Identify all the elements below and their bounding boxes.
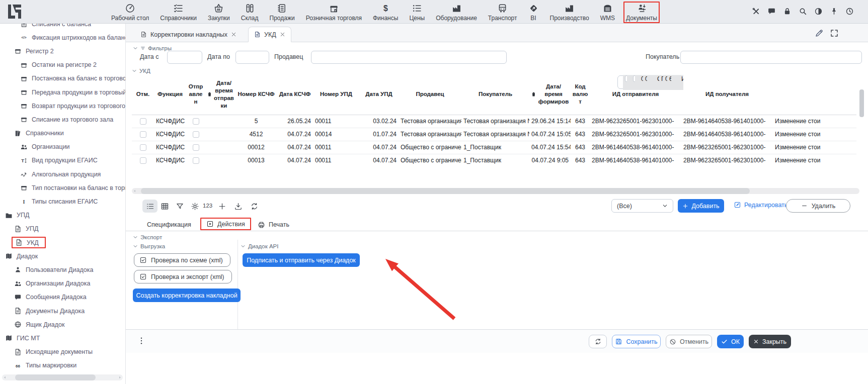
sidebar-hscrollbar-thumb[interactable] [15, 374, 96, 380]
col-header-currency[interactable]: Код валют [571, 74, 590, 115]
filter-button[interactable] [172, 200, 187, 213]
filter-input-buyer[interactable] [680, 51, 862, 64]
table-row[interactable]: 0001505.07.24Общество с ограниченнПокупа… [617, 75, 679, 89]
row-checkbox[interactable] [140, 118, 146, 125]
filter-input-date-to[interactable] [235, 51, 269, 64]
lock-button[interactable] [783, 7, 792, 18]
col-header-note[interactable] [773, 74, 856, 115]
row-checkbox[interactable] [193, 157, 199, 164]
menu-item-5[interactable]: Розничная торговля [303, 2, 364, 23]
sidebar-item-0[interactable]: Списания с баланса [0, 24, 125, 31]
sidebar-item-19[interactable]: Организации Диадока [0, 277, 125, 291]
doc-tab-1[interactable]: УКД [248, 27, 291, 42]
sidebar-item-20[interactable]: Сообщения Диадока [0, 291, 125, 304]
row-checkbox[interactable] [140, 144, 146, 151]
col-header-buyer[interactable]: Покупатель [461, 74, 529, 115]
col-header-sent[interactable]: Отправлен [186, 74, 205, 115]
sidebar-item-18[interactable]: Пользователи Диадока [0, 263, 125, 276]
edit-button[interactable]: Редактировать [731, 201, 791, 209]
sign-send-diadoc-button[interactable]: Подписать и отправить через Диадок [243, 253, 360, 267]
table-hscrollbar-thumb[interactable] [141, 188, 750, 194]
sidebar-item-12[interactable]: Тип постановки на баланс в торго [0, 181, 125, 195]
sidebar-item-15[interactable]: УПД [0, 222, 125, 236]
col-header-form_dt[interactable]: Дата/ время формиров [529, 74, 571, 115]
row-checkbox[interactable] [193, 131, 199, 138]
sidebar-item-24[interactable]: Исходящие документы [0, 345, 125, 359]
table-vscrollbar[interactable] [859, 74, 864, 182]
cancel-button[interactable]: Отменить [666, 335, 712, 348]
sidebar-item-11[interactable]: Алкогольная продукция [0, 167, 125, 181]
contrast-button[interactable] [814, 7, 823, 18]
add-button[interactable]: Добавить [678, 199, 724, 213]
rows-filter-select[interactable]: (Все) [611, 199, 673, 213]
sidebar-item-17[interactable]: Диадок [0, 249, 125, 263]
col-header-upd_date[interactable]: Дата УПД [359, 74, 399, 115]
table-hscrollbar[interactable] [132, 188, 859, 194]
menu-item-12[interactable]: WMS [598, 2, 617, 23]
view-list-button[interactable] [142, 200, 157, 213]
sidebar-item-8[interactable]: Справочники [0, 127, 125, 140]
check-export-button[interactable]: Проверка и экспорт (xml) [134, 270, 232, 283]
grid-section-toggle[interactable]: УКД [132, 68, 150, 74]
ok-button[interactable]: ОК [717, 335, 744, 348]
menu-item-8[interactable]: Оборудование [433, 2, 480, 23]
sidebar-item-2[interactable]: Регистр 2 [0, 44, 125, 58]
edit-layout-button[interactable] [815, 29, 824, 40]
sidebar-hscrollbar[interactable] [2, 374, 123, 380]
menu-item-2[interactable]: Закупки [205, 2, 232, 23]
menu-item-0[interactable]: Рабочий стол [109, 2, 151, 23]
tab-print[interactable]: Печать [258, 219, 289, 230]
row-checkbox[interactable] [193, 144, 199, 151]
table-row[interactable]: КСЧФДИС0001204.07.240001104.07.24Обществ… [132, 141, 856, 154]
table-vscrollbar-thumb[interactable] [859, 89, 864, 117]
scroll-left-icon[interactable] [3, 375, 7, 379]
col-header-send_dt[interactable]: Дата/ время отправки [205, 74, 235, 115]
tab-specification[interactable]: Спецификация [147, 219, 191, 230]
scroll-left-icon[interactable] [133, 189, 137, 193]
pin-button[interactable] [830, 7, 838, 18]
close-icon[interactable] [280, 32, 285, 37]
scroll-right-icon[interactable] [118, 375, 122, 379]
diadoc-section-toggle[interactable]: Диадок API [241, 243, 278, 249]
menu-item-6[interactable]: Финансы [370, 2, 401, 23]
sidebar-item-4[interactable]: Постановка на баланс в торговом [0, 72, 125, 85]
search-button[interactable] [799, 7, 807, 18]
save-button[interactable]: Сохранить [612, 335, 661, 348]
more-options-button[interactable] [137, 336, 146, 347]
fullscreen-button[interactable] [830, 29, 839, 40]
sidebar-item-1[interactable]: Фиксация штрихкодов на баланс [0, 31, 125, 44]
doc-tab-0[interactable]: Корректировки накладных [135, 27, 242, 42]
filters-section-toggle[interactable]: Фильтры [133, 45, 172, 51]
menu-item-13[interactable]: Документы [623, 2, 660, 23]
export-download-button[interactable] [230, 200, 246, 213]
sidebar-item-23[interactable]: ГИС МТ [0, 331, 125, 345]
app-logo[interactable] [6, 3, 23, 20]
sidebar-item-13[interactable]: Типы списания ЕГАИС [0, 195, 125, 208]
sidebar-item-10[interactable]: Вид продукции ЕГАИС [0, 154, 125, 167]
menu-item-10[interactable]: BI [526, 2, 541, 23]
sidebar-item-14[interactable]: УПД [0, 209, 125, 222]
filter-input-seller[interactable] [311, 51, 507, 64]
table-row[interactable]: КСЧФДИС526.05.240001103.02.24Тестовая ор… [132, 115, 856, 128]
close-button[interactable]: Закрыть [749, 335, 791, 348]
check-schema-button[interactable]: Проверка по схеме (xml) [134, 253, 230, 267]
settings-button[interactable] [187, 200, 202, 213]
export-section-toggle[interactable]: Экспорт [133, 234, 162, 240]
unload-section-toggle[interactable]: Выгрузка [133, 243, 165, 249]
col-header-seller[interactable]: Продавец [399, 74, 461, 115]
sidebar-item-5[interactable]: Передача продукции в торговый [0, 85, 125, 99]
menu-item-7[interactable]: Цены [407, 2, 427, 23]
row-checkbox[interactable] [140, 157, 146, 164]
sidebar-item-3[interactable]: Остатки на регистре 2 [0, 58, 125, 72]
menu-item-4[interactable]: Продажи [267, 2, 297, 23]
tools-button[interactable] [752, 7, 760, 18]
row-checkbox[interactable] [193, 118, 199, 125]
row-checkbox[interactable] [140, 131, 146, 138]
menu-item-9[interactable]: Транспорт [486, 2, 520, 23]
sync-button[interactable] [589, 335, 607, 348]
sidebar-item-6[interactable]: Возврат продукции из торгового [0, 99, 125, 113]
col-header-kschf_num[interactable]: Номер КСЧФ [235, 74, 277, 115]
col-header-func[interactable]: Функция [154, 74, 186, 115]
sidebar-item-21[interactable]: Документы Диадока [0, 304, 125, 318]
sidebar-item-9[interactable]: Организации [0, 140, 125, 154]
